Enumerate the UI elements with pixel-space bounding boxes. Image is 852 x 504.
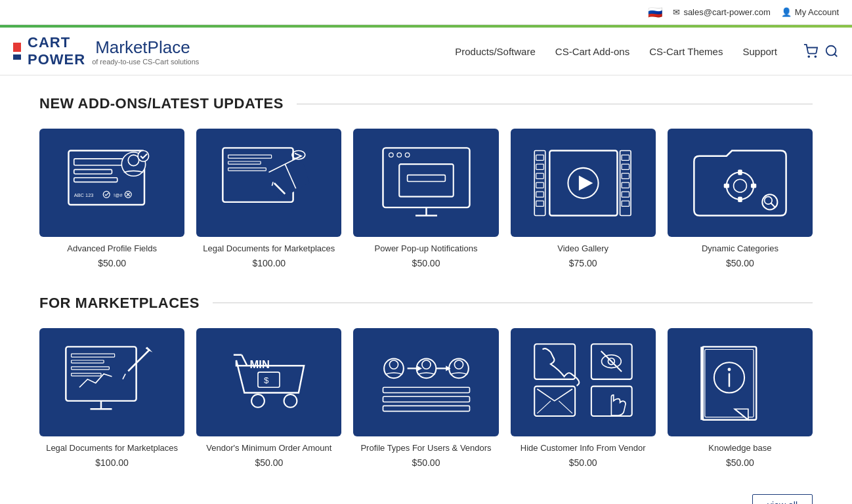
svg-rect-24: [383, 148, 469, 207]
product-card-legal-documents[interactable]: Legal Documents for Marketplaces $100.00: [196, 129, 341, 268]
product-img-video-gallery: [511, 129, 656, 237]
svg-rect-19: [228, 161, 261, 164]
nav-cs-cart-addons[interactable]: CS-Cart Add-ons: [555, 43, 629, 60]
svg-rect-34: [536, 164, 543, 169]
svg-rect-53: [724, 183, 729, 188]
product-price-vendor-min-order: $50.00: [255, 457, 283, 468]
product-card-vendor-min-order[interactable]: MIN $ Vendor's Minimum Order Amount $50.…: [196, 328, 341, 468]
logo-subtitle-text: of ready-to-use CS-Cart solutions: [92, 58, 199, 66]
product-card-video-gallery[interactable]: Video Gallery $75.00: [511, 129, 656, 268]
topbar: 🇷🇺 ✉ sales@cart-power.com 👤 My Account: [0, 0, 852, 25]
logo-bars: [13, 43, 21, 60]
svg-line-57: [771, 203, 775, 207]
svg-line-95: [559, 401, 572, 413]
svg-line-23: [272, 182, 274, 186]
section-divider-2: [213, 303, 813, 303]
product-card-knowledge-base[interactable]: Knowledge base $50.00: [668, 328, 813, 468]
email-icon: ✉: [673, 7, 680, 17]
product-price-legal-docs-mp: $100.00: [95, 457, 129, 468]
email-link[interactable]: ✉ sales@cart-power.com: [673, 7, 770, 17]
svg-point-50: [734, 179, 747, 192]
product-price-power-popup: $50.00: [412, 258, 440, 268]
svg-rect-43: [622, 155, 629, 160]
product-name-legal-documents: Legal Documents for Marketplaces: [203, 243, 335, 255]
new-addons-grid: ABC 123 !@# Advanced Profile Fields $50.…: [39, 129, 813, 268]
product-card-power-popup[interactable]: Power Pop-up Notifications $50.00: [353, 129, 498, 268]
for-marketplaces-grid: Legal Documents for Marketplaces $100.00…: [39, 328, 813, 468]
product-card-dynamic-categories[interactable]: Dynamic Categories $50.00: [668, 129, 813, 268]
svg-point-73: [251, 394, 265, 408]
svg-rect-54: [751, 183, 756, 188]
svg-point-76: [389, 360, 398, 369]
svg-text:ABC  123: ABC 123: [74, 192, 94, 198]
product-img-profile-types: [353, 328, 498, 436]
svg-text:$: $: [264, 375, 269, 385]
view-all-container: view all: [39, 494, 813, 504]
svg-rect-61: [72, 367, 110, 369]
svg-marker-41: [579, 175, 593, 190]
logo-bar-red: [13, 43, 21, 52]
svg-line-66: [123, 374, 125, 379]
product-price-advanced-profile-fields: $50.00: [98, 258, 126, 268]
product-name-knowledge-base: Knowledge base: [708, 443, 771, 454]
view-all-button[interactable]: view all: [752, 494, 813, 504]
section-for-marketplaces-title: FOR MARKETPLACES: [39, 295, 813, 312]
product-name-hide-customer-info: Hide Customer Info From Vendor: [521, 443, 646, 454]
product-name-advanced-profile-fields: Advanced Profile Fields: [67, 243, 157, 255]
svg-point-26: [396, 152, 401, 157]
svg-rect-38: [536, 201, 543, 206]
svg-rect-86: [383, 397, 469, 402]
header: CART POWER MarketPlace of ready-to-use C…: [0, 28, 852, 75]
product-name-power-popup: Power Pop-up Notifications: [375, 243, 478, 255]
svg-text:!@#: !@#: [114, 192, 123, 198]
nav-support[interactable]: Support: [742, 43, 777, 60]
product-name-vendor-min-order: Vendor's Minimum Order Amount: [206, 443, 331, 454]
svg-rect-88: [534, 345, 575, 380]
product-card-hide-customer-info[interactable]: Hide Customer Info From Vendor $50.00: [511, 328, 656, 468]
product-card-legal-docs-mp[interactable]: Legal Documents for Marketplaces $100.00: [39, 328, 184, 468]
logo-bar-blue: [13, 54, 21, 60]
svg-line-94: [537, 401, 551, 413]
cart-icon-button[interactable]: [803, 44, 818, 58]
product-img-power-popup: [353, 129, 498, 237]
product-card-profile-types[interactable]: Profile Types For Users & Vendors $50.00: [353, 328, 498, 468]
product-name-video-gallery: Video Gallery: [557, 243, 608, 255]
product-img-dynamic-categories: [668, 129, 813, 237]
svg-rect-29: [407, 175, 445, 181]
svg-rect-87: [383, 406, 469, 411]
svg-rect-62: [72, 373, 101, 376]
product-img-legal-documents: [196, 129, 341, 237]
product-card-advanced-profile-fields[interactable]: ABC 123 !@# Advanced Profile Fields $50.…: [39, 129, 184, 268]
svg-point-56: [765, 196, 773, 204]
svg-rect-20: [228, 167, 266, 170]
product-price-dynamic-categories: $50.00: [726, 258, 754, 268]
svg-point-25: [389, 152, 393, 157]
product-price-legal-documents: $100.00: [253, 258, 286, 268]
account-link[interactable]: 👤 My Account: [781, 7, 839, 17]
nav-products-software[interactable]: Products/Software: [455, 43, 536, 60]
nav-cs-cart-themes[interactable]: CS-Cart Themes: [649, 43, 723, 60]
product-name-dynamic-categories: Dynamic Categories: [702, 243, 778, 255]
search-icon-button[interactable]: [824, 44, 839, 58]
svg-rect-52: [738, 196, 742, 201]
nav-icons: [803, 44, 839, 58]
logo-power-text: POWER: [28, 51, 85, 68]
section-new-addons-heading: NEW ADD-ONS/LATEST UPDATES: [39, 95, 284, 112]
svg-point-84: [454, 360, 463, 369]
svg-line-92: [601, 351, 621, 371]
language-flag[interactable]: 🇷🇺: [648, 5, 662, 20]
svg-point-10: [138, 150, 149, 161]
svg-point-27: [405, 152, 410, 157]
svg-rect-33: [536, 155, 543, 160]
product-name-legal-docs-mp: Legal Documents for Marketplaces: [46, 443, 178, 454]
logo[interactable]: CART POWER MarketPlace of ready-to-use C…: [13, 34, 199, 68]
svg-rect-5: [74, 158, 123, 165]
svg-rect-18: [228, 155, 272, 158]
svg-rect-47: [622, 192, 629, 197]
svg-rect-59: [72, 354, 115, 357]
product-price-profile-types: $50.00: [412, 457, 440, 468]
user-icon: 👤: [781, 7, 792, 17]
product-price-hide-customer-info: $50.00: [569, 457, 597, 468]
svg-point-0: [808, 56, 809, 57]
product-img-knowledge-base: [668, 328, 813, 436]
